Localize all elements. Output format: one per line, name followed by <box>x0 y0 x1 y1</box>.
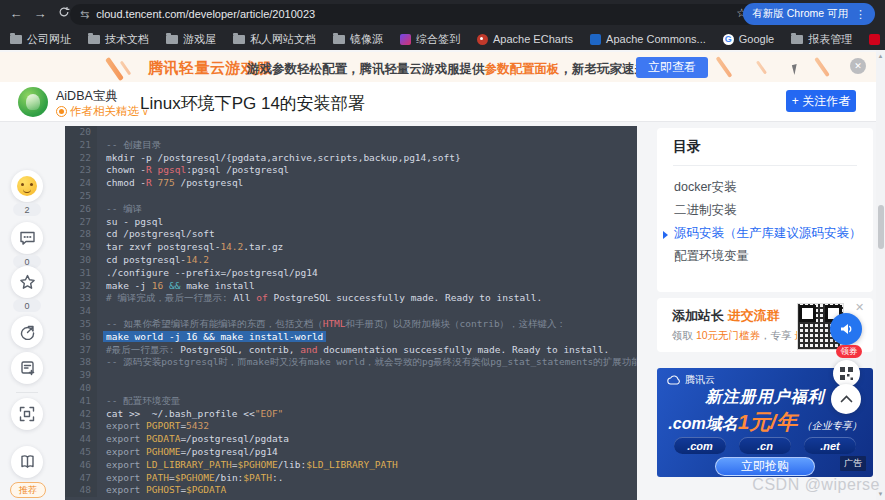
qr-ad-title: 添加站长 进交流群 <box>672 307 780 325</box>
line-number: 38 <box>65 356 97 369</box>
folder-icon <box>10 35 22 44</box>
chevron-up-icon <box>840 395 853 403</box>
banner-close-icon[interactable]: ✕ <box>850 58 866 74</box>
code-token: export <box>106 446 146 457</box>
page-scrollbar[interactable] <box>876 50 885 500</box>
banner-cta-button[interactable]: 立即查看 <box>636 57 708 78</box>
chrome-update-chip[interactable]: 有新版 Chrome 可用 ⋮ <box>743 3 875 25</box>
bookmark-item[interactable]: 技术文档 <box>88 32 149 47</box>
code-text: make world -j 16 && make install-world <box>97 331 326 344</box>
code-token: documentation successfully made. Ready t… <box>317 344 609 355</box>
comment-button[interactable] <box>11 222 43 254</box>
back-to-top-button[interactable] <box>831 384 861 414</box>
code-line: 25 <box>65 190 637 203</box>
code-token: chown - <box>106 164 146 175</box>
author-name[interactable]: AiDBA宝典 <box>56 88 118 105</box>
code-text: export PGHOME=/postgresql/pg14 <box>97 446 278 459</box>
collect-button[interactable] <box>11 352 43 384</box>
url-bar[interactable]: ⇆ cloud.tencent.com/developer/article/20… <box>70 4 758 25</box>
code-token: && <box>169 280 180 291</box>
code-line: 38-- 源码安装postgresql时，而make时又没有make world… <box>65 356 637 369</box>
code-token: =/postgresql/pgdata <box>180 433 289 444</box>
scrollbar-thumb[interactable] <box>878 205 884 249</box>
code-token: $LD_LIBRARY_PATH <box>306 459 398 470</box>
code-line: 47export PATH=$PGHOME/bin:$PATH:. <box>65 472 637 485</box>
line-number: 27 <box>65 216 97 229</box>
qr-ad-close-icon[interactable]: ✕ <box>855 301 864 314</box>
toc-item[interactable]: 配置环境变量 <box>657 245 873 268</box>
code-text: tar zxvf postgresql-14.2.tar.gz <box>97 241 283 254</box>
code-line: 21-- 创建目录 <box>65 139 637 152</box>
code-line: 27su - pgsql <box>65 216 637 229</box>
code-token: -- 源码安装postgresql时，而make时又没有make world，就… <box>106 356 637 367</box>
domain-pill[interactable]: .cn <box>739 437 791 454</box>
favicon-huawei <box>869 34 880 45</box>
author-avatar[interactable] <box>18 87 48 117</box>
code-text: chown -R pgsql:pgsql /postgresql <box>97 164 289 177</box>
bookmark-item[interactable]: 综合签到 <box>400 32 460 47</box>
domain-pill[interactable]: .net <box>804 437 856 454</box>
bookmark-item[interactable]: 公司网址 <box>10 32 71 47</box>
bookmarks-bar: 公司网址技术文档游戏屋私人网站文档镜像源综合签到Apache EChartsAp… <box>0 28 885 50</box>
chat-service-button[interactable] <box>830 313 862 345</box>
code-line: 39 <box>65 369 637 382</box>
emoji-reaction-icon <box>17 176 37 196</box>
read-book-button[interactable] <box>11 446 43 478</box>
bookmark-item[interactable]: 镜像源 <box>333 32 383 47</box>
bookmark-item[interactable]: 游戏屋 <box>166 32 216 47</box>
code-token: -- 创建目录 <box>106 139 161 150</box>
folder-icon <box>233 35 245 44</box>
line-number: 20 <box>65 126 97 139</box>
code-token: 5432 <box>186 420 209 431</box>
forward-icon[interactable]: → <box>30 5 50 23</box>
tencent-cloud-logo: 腾讯云 <box>667 373 715 387</box>
share-button[interactable] <box>11 316 43 348</box>
site-info-icon[interactable]: ⇆ <box>80 8 89 21</box>
featured-icon <box>56 106 67 117</box>
code-text: make -j 16 && make install <box>97 280 255 293</box>
bookmark-item[interactable]: 私人网站文档 <box>233 32 316 47</box>
folder-icon <box>166 35 178 44</box>
toc-item[interactable]: docker安装 <box>657 176 873 199</box>
url-text: cloud.tencent.com/developer/article/2010… <box>96 8 315 20</box>
scan-button[interactable] <box>11 398 43 430</box>
coupon-badge[interactable]: 领券 <box>836 345 862 358</box>
favicon-sign <box>400 34 411 45</box>
reaction-button[interactable] <box>11 170 43 202</box>
bookmark-item[interactable]: GGoogle <box>723 33 774 45</box>
toc-item[interactable]: 源码安装（生产库建议源码安装） <box>657 222 873 245</box>
code-token: "EOF" <box>255 408 284 419</box>
bookmark-label: 报表管理 <box>808 32 852 47</box>
back-icon[interactable]: ← <box>6 5 26 23</box>
toc-card: 目录 docker安装二进制安装源码安装（生产库建议源码安装）配置环境变量 <box>657 128 873 292</box>
code-token: and <box>300 344 317 355</box>
author-featured-link[interactable]: 作者相关精选 ∨ <box>56 104 149 119</box>
bookmark-label: Apache ECharts <box>493 33 573 45</box>
code-line: 28cd /postgresql/soft <box>65 228 637 241</box>
banner-highlight: 参数配置面板 <box>485 62 560 76</box>
code-text: -- 配置环境变量 <box>97 395 180 408</box>
scan-icon <box>19 406 35 422</box>
scroll-up-arrow[interactable]: ▲ <box>877 52 884 60</box>
toc-item[interactable]: 二进制安装 <box>657 199 873 222</box>
toc-divider <box>673 165 857 166</box>
book-icon <box>19 454 36 470</box>
star-button[interactable] <box>11 266 43 298</box>
bookmark-item[interactable]: 报表管理 <box>791 32 852 47</box>
line-number: 34 <box>65 305 97 318</box>
bookmark-item[interactable]: Apache ECharts <box>477 33 573 45</box>
ad-cta-button[interactable]: 立即抢购 <box>715 457 815 476</box>
promo-banner[interactable]: 腾讯轻量云游戏服 游戏参数轻松配置，腾讯轻量云游戏服提供参数配置面板，新老玩家速… <box>0 52 876 82</box>
bookmark-item[interactable]: Apache Commons... <box>590 33 706 45</box>
menu-dots-icon[interactable]: ⋮ <box>855 9 866 19</box>
code-token: $PGDATA <box>186 484 226 495</box>
qr-float-button[interactable] <box>833 360 860 387</box>
domain-pill[interactable]: .com <box>674 437 726 454</box>
code-text: mkdir -p /postgresql/{pgdata,archive,scr… <box>97 152 461 165</box>
code-token: export <box>106 459 146 470</box>
bookmark-item[interactable]: 华为mib库查询 <box>869 32 885 47</box>
follow-author-button[interactable]: + 关注作者 <box>786 90 856 112</box>
recommend-badge[interactable]: 推荐 <box>10 482 46 498</box>
code-token: All <box>233 292 256 303</box>
code-text: -- 如果你希望编译所有能编译的东西，包括文档（HTML和手册页）以及附加模块（… <box>97 318 566 331</box>
